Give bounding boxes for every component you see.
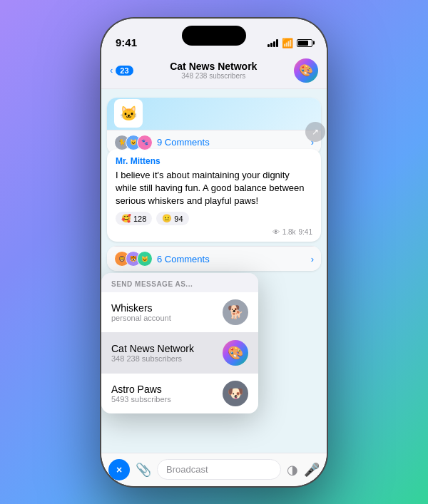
popup-item-text-cat-news: Cat News Network 348 238 subscribers [111,343,194,363]
moon-icon[interactable]: ◑ [287,462,298,478]
signal-icon [268,38,278,47]
popup-item-sub-astro-paws: 5493 subscribers [111,395,171,403]
chevron-left-icon: ‹ [110,65,113,76]
popup-avatar-whiskers: 🐕 [223,299,248,325]
popup-item-whiskers[interactable]: Whiskers personal account 🐕 [101,292,258,333]
popup-item-text-whiskers: Whiskers personal account [111,302,171,322]
popup-header: SEND MESSAGE AS... [101,273,258,292]
status-bar: 9:41 📶 [101,19,327,54]
popup-item-cat-news[interactable]: Cat News Network 348 238 subscribers 🎨 [101,333,258,374]
battery-icon [297,39,312,47]
broadcast-placeholder: Broadcast [166,464,208,475]
phone-frame: 9:41 📶 ‹ 23 Cat Ne [100,17,328,488]
popup-item-sub-cat-news: 348 238 subscribers [111,354,194,363]
popup-item-sub-whiskers: personal account [111,314,171,322]
popup-item-name-cat-news: Cat News Network [111,343,194,354]
nav-title-group: Cat News Network 348 238 subscribers [170,61,257,80]
nav-bar: ‹ 23 Cat News Network 348 238 subscriber… [101,54,327,89]
channel-avatar[interactable]: 🎨 [294,58,318,83]
wifi-icon: 📶 [282,38,293,48]
cancel-button[interactable]: × [108,459,130,480]
status-icons: 📶 [268,38,312,48]
phone-screen: 9:41 📶 ‹ 23 Cat Ne [101,19,327,486]
battery-fill [298,41,308,46]
popup-avatar-cat-news: 🎨 [223,340,248,366]
nav-subtitle: 348 238 subscribers [170,72,257,80]
popup-overlay: SEND MESSAGE AS... Whiskers personal acc… [101,89,327,413]
chat-area: 🐱 🐈 😺 🐾 9 Comments › ↗ Mr. Mitte [101,89,327,453]
broadcast-input[interactable]: Broadcast [157,459,281,480]
status-time: 9:41 [116,36,137,48]
mic-icon[interactable]: 🎤 [304,462,320,478]
back-badge: 23 [116,66,133,76]
cancel-icon: × [116,464,122,475]
send-as-popup: SEND MESSAGE AS... Whiskers personal acc… [101,273,258,413]
bottom-bar: × 📎 Broadcast ◑ 🎤 [101,453,327,486]
dynamic-island [182,26,246,46]
popup-item-text-astro-paws: Astro Paws 5493 subscribers [111,384,171,403]
nav-title: Cat News Network [170,61,257,72]
popup-item-astro-paws[interactable]: Astro Paws 5493 subscribers 🐶 [101,374,258,413]
popup-item-name-whiskers: Whiskers [111,302,171,314]
popup-item-name-astro-paws: Astro Paws [111,384,171,395]
attach-icon[interactable]: 📎 [136,462,151,478]
popup-avatar-astro-paws: 🐶 [223,381,248,406]
nav-back-button[interactable]: ‹ 23 [110,65,133,76]
